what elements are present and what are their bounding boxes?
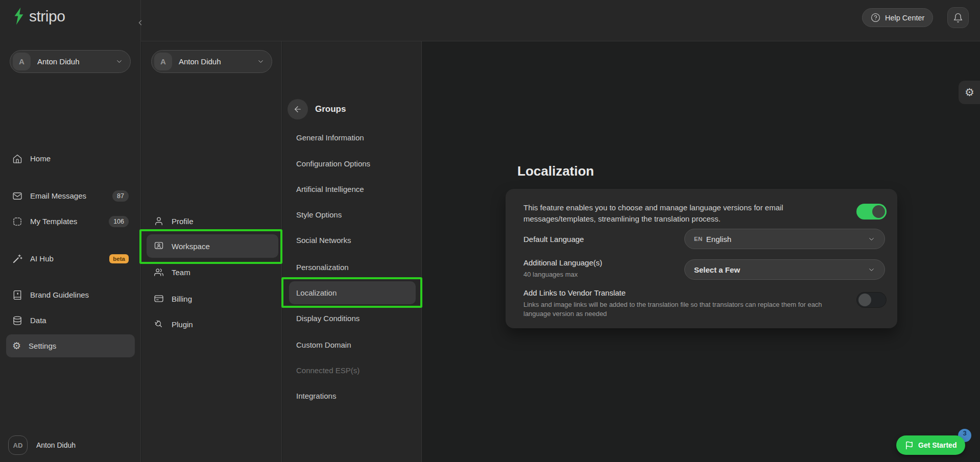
toggle-knob (872, 205, 885, 218)
arrow-left-icon (293, 105, 302, 114)
groups-item-display-conditions[interactable]: Display Conditions (289, 307, 416, 330)
book-icon (12, 290, 22, 300)
settings-nav-label: Plugin (172, 320, 193, 329)
help-center-button[interactable]: Help Center (862, 8, 933, 27)
settings-side-tab[interactable]: ⚙ (959, 81, 980, 104)
chevron-down-icon (868, 266, 875, 274)
sidebar-collapse-button[interactable] (136, 18, 145, 27)
get-started-button[interactable]: Get Started (896, 435, 965, 455)
chevron-down-icon (115, 58, 123, 65)
vendor-translate-description: Links and image links will be added to t… (523, 300, 840, 319)
flag-icon (905, 441, 914, 450)
brand-name: stripo (29, 8, 65, 25)
people-icon (154, 267, 164, 277)
stripo-logo-icon (12, 7, 26, 26)
groups-item-connected-esp: Connected ESP(s) (289, 359, 416, 382)
groups-item-localization[interactable]: Localization (289, 281, 416, 304)
plug-icon (154, 319, 164, 329)
workspace-icon (154, 241, 164, 251)
sidebar-item-my-templates[interactable]: My Templates 106 (6, 210, 135, 233)
avatar: A (13, 53, 31, 70)
default-language-label: Default Language (523, 235, 584, 244)
groups-item-general-information[interactable]: General Information (289, 126, 416, 149)
sidebar-item-data[interactable]: Data (6, 309, 135, 332)
settings-nav-profile[interactable]: Profile (147, 209, 278, 233)
sidebar-item-ai-hub[interactable]: AI Hub beta (6, 247, 135, 270)
home-icon (12, 154, 22, 164)
sidebar-item-label: Settings (29, 342, 56, 350)
sidebar-item-label: Data (30, 316, 46, 325)
beta-badge: beta (109, 254, 129, 263)
additional-languages-label: Additional Language(s) (523, 258, 602, 267)
get-started-label: Get Started (918, 441, 957, 449)
envelope-icon (12, 191, 22, 201)
magic-wand-icon (12, 254, 22, 264)
user-profile[interactable]: AD Anton Diduh (8, 435, 76, 455)
settings-nav-billing[interactable]: Billing (147, 287, 278, 310)
feature-description: This feature enables you to choose and m… (523, 202, 830, 224)
settings-account-switcher[interactable]: A Anton Diduh (151, 50, 272, 73)
groups-item-style-options[interactable]: Style Options (289, 203, 416, 226)
sidebar-item-email-messages[interactable]: Email Messages 87 (6, 184, 135, 207)
main-sidebar: stripo A Anton Diduh Home Email Messages… (0, 0, 141, 462)
groups-item-configuration-options[interactable]: Configuration Options (289, 152, 416, 175)
language-code: EN (694, 236, 703, 242)
settings-nav-label: Workspace (172, 242, 210, 251)
database-icon (12, 315, 22, 326)
selected-value: Select a Few (694, 265, 740, 274)
sidebar-item-label: Brand Guidelines (30, 290, 89, 299)
person-icon (154, 216, 164, 226)
help-center-label: Help Center (885, 14, 924, 22)
sidebar-item-label: Home (30, 154, 51, 163)
count-badge: 87 (112, 190, 129, 202)
page-title: Localization (517, 163, 594, 179)
account-name: Anton Diduh (179, 57, 250, 66)
stripo-logo[interactable]: stripo (12, 7, 65, 26)
sidebar-item-home[interactable]: Home (6, 147, 135, 170)
question-circle-icon (871, 13, 880, 22)
chevron-down-icon (257, 58, 265, 65)
template-icon (12, 216, 22, 227)
settings-nav-workspace[interactable]: Workspace (147, 234, 278, 258)
groups-title: Groups (315, 104, 346, 114)
localization-enabled-toggle[interactable] (856, 204, 887, 220)
additional-languages-hint: 40 languages max (523, 270, 578, 279)
settings-nav-plugin[interactable]: Plugin (147, 312, 278, 336)
chevron-down-icon (868, 235, 875, 243)
default-language-select[interactable]: EN English (684, 229, 885, 249)
user-name: Anton Diduh (36, 441, 76, 449)
sidebar-item-label: My Templates (30, 217, 77, 226)
settings-nav-label: Billing (172, 295, 192, 303)
gear-icon: ⚙ (965, 87, 974, 98)
selected-language: English (706, 235, 731, 244)
organization-switcher[interactable]: A Anton Diduh (10, 50, 131, 73)
sidebar-item-label: Email Messages (30, 191, 86, 200)
groups-item-custom-domain[interactable]: Custom Domain (289, 333, 416, 356)
gear-icon: ⚙ (12, 341, 21, 351)
credit-card-icon (154, 294, 164, 304)
sidebar-item-brand-guidelines[interactable]: Brand Guidelines (6, 283, 135, 306)
top-bar: Help Center (0, 0, 980, 41)
bell-icon (953, 13, 963, 23)
settings-nav-team[interactable]: Team (147, 260, 278, 284)
groups-item-artificial-intelligence[interactable]: Artificial Intelligence (289, 178, 416, 201)
additional-languages-select[interactable]: Select a Few (684, 259, 885, 280)
sidebar-item-label: AI Hub (30, 254, 54, 263)
avatar: A (154, 53, 172, 70)
toggle-knob (858, 294, 871, 306)
notifications-button[interactable] (947, 7, 969, 28)
vendor-translate-label: Add Links to Vendor Translate (523, 288, 626, 297)
user-avatar: AD (8, 435, 28, 455)
settings-nav-label: Team (172, 268, 190, 277)
vendor-translate-toggle[interactable] (856, 292, 887, 308)
back-button[interactable] (288, 99, 308, 119)
sidebar-item-settings[interactable]: ⚙ Settings (6, 334, 135, 357)
settings-nav-label: Profile (172, 217, 194, 226)
groups-item-integrations[interactable]: Integrations (289, 384, 416, 407)
organization-name: Anton Diduh (37, 57, 109, 66)
count-badge: 106 (109, 216, 129, 227)
groups-item-social-networks[interactable]: Social Networks (289, 229, 416, 252)
groups-item-personalization[interactable]: Personalization (289, 256, 416, 279)
